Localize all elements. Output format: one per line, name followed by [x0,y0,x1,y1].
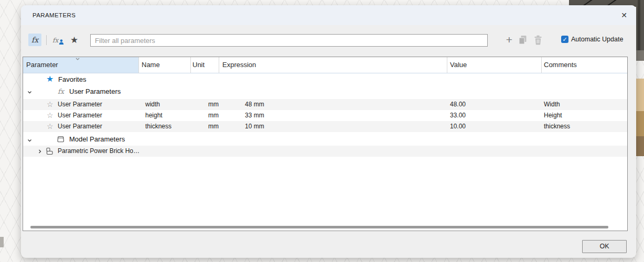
parameters-table: Parameter Name Unit Expression Value Com… [23,57,628,231]
favorites-label: Favorites [58,73,86,85]
component-label: Parametric Power Brick Ho… [58,146,139,157]
table-body: ★ Favorites fx User Parameters ☆ User Pa… [23,73,627,231]
cell-value: 48.00 [450,99,466,110]
delete-parameter-button[interactable] [534,35,542,47]
model-cube-icon [57,135,65,144]
cell-parameter-type: User Parameter [58,99,102,110]
column-header-expression[interactable]: Expression [222,57,256,73]
parameter-row-height[interactable]: ☆ User Parameter height mm 33 mm 33.00 H… [23,110,627,121]
ok-button-label: OK [599,243,609,250]
cell-comment[interactable]: thickness [544,121,570,132]
favorites-filter-button[interactable]: ★ [70,34,78,47]
dialog-title: PARAMETERS [33,5,76,25]
filter-input[interactable] [90,34,488,47]
column-header-value[interactable]: Value [450,57,467,73]
favorite-toggle-star-icon[interactable]: ☆ [47,110,53,121]
user-parameters-filter-button[interactable]: fx [52,34,67,46]
cell-parameter-type: User Parameter [58,110,102,121]
horizontal-scrollbar-thumb[interactable] [30,226,608,228]
fx-icon: fx [31,36,38,44]
favorites-row[interactable]: ★ Favorites [23,73,627,85]
parameter-row-thickness[interactable]: ☆ User Parameter thickness mm 10 mm 10.0… [23,121,627,132]
toolbar-divider [46,35,47,45]
column-separator [541,57,542,73]
gray-object [636,50,644,61]
column-header-name[interactable]: Name [142,57,160,73]
column-separator [190,57,191,73]
automatic-update-label: Automatic Update [571,35,623,45]
cell-expression[interactable]: 48 mm [245,99,264,110]
model-body-bottom [636,136,644,156]
chevron-down-icon[interactable] [27,90,33,95]
parameter-row-width[interactable]: ☆ User Parameter width mm 48 mm 48.00 Wi… [23,99,627,110]
cell-value: 10.00 [450,121,466,132]
user-parameters-label: User Parameters [69,85,121,98]
copy-icon [518,35,528,45]
column-header-comments[interactable]: Comments [544,57,577,73]
user-parameters-section-row[interactable]: fx User Parameters [23,85,627,98]
cell-name[interactable]: width [145,99,160,110]
plus-icon: + [506,34,512,46]
cell-value: 33.00 [450,110,466,121]
chevron-down-icon[interactable] [27,138,33,144]
fx-section-icon: fx [58,85,64,98]
background-fragment [0,237,4,247]
favorite-toggle-star-icon[interactable]: ☆ [47,99,53,110]
component-icon [46,147,53,155]
cell-unit: mm [208,110,219,121]
favorite-toggle-star-icon[interactable]: ☆ [47,121,53,132]
table-header: Parameter Name Unit Expression Value Com… [23,57,627,73]
duplicate-parameter-button[interactable] [518,35,528,47]
trash-icon [534,35,542,45]
show-all-parameters-button[interactable]: fx [28,34,41,46]
cell-name[interactable]: thickness [145,121,171,132]
cell-comment[interactable]: Height [544,110,562,121]
column-header-unit[interactable]: Unit [192,57,205,73]
fx-user-icon: fx [52,37,58,44]
column-header-parameter[interactable]: Parameter [26,57,58,73]
cell-unit: mm [208,121,219,132]
star-icon: ★ [70,35,78,45]
model-parameters-label: Model Parameters [69,133,125,146]
model-body-top [636,79,644,111]
model-component-row[interactable]: Parametric Power Brick Ho… [23,146,627,157]
person-icon [59,39,64,45]
parameters-toolbar: fx fx ★ + [21,32,636,48]
checkmark-icon: ✓ [562,36,567,42]
add-parameter-button[interactable]: + [503,33,516,47]
chevron-right-icon[interactable] [37,149,42,154]
background-3d-scene [636,0,644,262]
column-separator [447,57,447,73]
model-parameters-section-row[interactable]: Model Parameters [23,133,627,146]
favorites-star-icon: ★ [46,73,53,85]
close-icon[interactable]: ✕ [620,11,628,19]
column-separator [138,57,139,73]
ok-button[interactable]: OK [582,240,627,253]
cell-name[interactable]: height [145,110,163,121]
parameters-dialog: PARAMETERS ✕ fx fx ★ + [21,5,636,258]
automatic-update-checkbox[interactable]: ✓ [561,36,568,43]
cell-expression[interactable]: 33 mm [245,110,264,121]
column-separator [219,57,219,73]
sort-chevron-icon [74,57,81,61]
cell-comment[interactable]: Width [544,99,560,110]
dialog-titlebar: PARAMETERS ✕ [21,5,636,25]
cell-expression[interactable]: 10 mm [245,121,264,132]
model-body-mid [636,111,644,136]
cell-unit: mm [208,99,219,110]
dark-object-edge [638,0,640,50]
cell-parameter-type: User Parameter [58,121,102,132]
